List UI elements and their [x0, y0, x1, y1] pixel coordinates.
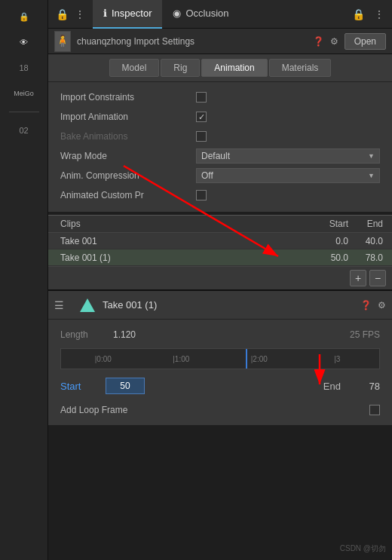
sub-tab-materials[interactable]: Materials — [269, 59, 332, 77]
fps-label: 25 FPS — [350, 329, 380, 340]
timeline-labels: |0:00 |1:00 |2:00 |3 — [61, 349, 379, 369]
anim-compression-value: Off — [201, 170, 213, 181]
clip-end-1: 78.0 — [348, 252, 386, 263]
panel-help-icon[interactable]: ❓ — [360, 300, 372, 311]
timeline-tick-2: |2:00 — [220, 355, 299, 363]
second-panel: ☰ Take 001 (1) ❓ ⚙ Length 1.120 25 FPS — [48, 289, 392, 425]
animated-custom-label: Animated Custom Pr — [60, 190, 196, 200]
import-animation-row: Import Animation — [60, 108, 380, 126]
sub-tab-animation[interactable]: Animation — [201, 59, 267, 77]
lock-icon[interactable]: 🔒 — [54, 7, 70, 22]
more-options-icon[interactable]: ⋮ — [372, 7, 386, 22]
help-icon[interactable]: ❓ — [313, 36, 324, 47]
add-clip-button[interactable]: + — [350, 270, 366, 286]
anim-compression-arrow-icon: ▼ — [368, 172, 375, 179]
breadcrumb-icons: ❓ ⚙ — [313, 36, 338, 47]
start-input[interactable] — [106, 378, 145, 394]
clip-row-0[interactable]: Take 001 0.0 40.0 — [48, 233, 392, 249]
tab-occlusion[interactable]: ◉ Occlusion — [162, 0, 239, 29]
watermark: CSDN @切勿 — [340, 543, 386, 554]
clips-section: Clips Start End Take 001 0.0 40.0 Take 0… — [48, 215, 392, 289]
dots-icon[interactable]: ⋮ — [73, 7, 87, 22]
bake-animations-checkbox[interactable] — [196, 131, 207, 142]
sidebar-icon-1[interactable]: 🔒 — [9, 6, 39, 27]
import-constraints-label: Import Constraints — [60, 92, 196, 103]
timeline-tick-1: |1:00 — [142, 355, 221, 363]
wrap-mode-label: Wrap Mode — [60, 151, 196, 161]
sidebar-icon-meigo: MeiGo — [9, 83, 39, 104]
clip-start-0: 0.0 — [303, 236, 348, 246]
clips-footer: + − — [48, 266, 392, 289]
import-constraints-row: Import Constraints — [60, 88, 380, 106]
wrap-mode-arrow-icon: ▼ — [368, 152, 375, 160]
tab-bar: 🔒 ⋮ ℹ Inspector ◉ Occlusion 🔒 ⋮ — [48, 0, 392, 29]
timeline-tick-3: |3 — [299, 355, 377, 363]
tab-bar-left: 🔒 ⋮ — [48, 7, 93, 22]
end-value: 78 — [350, 381, 380, 392]
wrap-mode-row: Wrap Mode Default ▼ — [60, 147, 380, 165]
main-area: 🔒 ⋮ ℹ Inspector ◉ Occlusion 🔒 ⋮ 🧍 chuanq… — [48, 0, 392, 560]
clip-name-1: Take 001 (1) — [54, 252, 303, 263]
anim-compression-label: Anim. Compression — [60, 170, 196, 181]
animated-custom-row: Animated Custom Pr — [60, 186, 380, 204]
asset-thumbnail: 🧍 — [54, 31, 71, 52]
inspector-tab-icon: ℹ — [103, 8, 107, 19]
second-panel-body: Length 1.120 25 FPS |0:00 |1:00 |2:00 |3 — [48, 320, 392, 425]
sub-tabs: Model Rig Animation Materials — [48, 54, 392, 82]
timeline-tick-0: |0:00 — [64, 355, 142, 363]
remove-clip-button[interactable]: − — [369, 270, 386, 286]
import-constraints-checkbox[interactable] — [196, 92, 207, 103]
tab-bar-right: 🔒 ⋮ — [351, 7, 392, 22]
clip-row-1[interactable]: Take 001 (1) 50.0 78.0 — [48, 249, 392, 266]
occlusion-tab-icon: ◉ — [173, 8, 181, 19]
import-animation-label: Import Animation — [60, 112, 196, 122]
import-animation-checkbox[interactable] — [196, 112, 207, 122]
tab-inspector[interactable]: ℹ Inspector — [93, 0, 162, 29]
timeline-cursor — [246, 349, 247, 369]
sidebar-icon-label-18: 18 — [9, 57, 39, 78]
left-sidebar: 🔒 👁 18 MeiGo 02 — [0, 0, 48, 560]
timeline[interactable]: |0:00 |1:00 |2:00 |3 — [60, 348, 380, 369]
add-loop-frame-checkbox[interactable] — [369, 405, 380, 415]
sub-tab-model[interactable]: Model — [109, 59, 160, 77]
clips-header: Clips Start End — [48, 215, 392, 233]
anim-compression-row: Anim. Compression Off ▼ — [60, 167, 380, 185]
clips-header-end: End — [348, 219, 386, 229]
clip-start-1: 50.0 — [303, 252, 348, 263]
breadcrumb-row: 🧍 chuanqzhong Import Settings ❓ ⚙ Open — [48, 29, 392, 54]
panel-title: Take 001 (1) — [103, 299, 354, 311]
animated-custom-checkbox[interactable] — [196, 190, 207, 200]
wrap-mode-dropdown[interactable]: Default ▼ — [196, 148, 380, 164]
wrap-mode-value: Default — [201, 151, 230, 161]
bake-animations-label: Bake Animations — [60, 131, 196, 142]
start-end-row: Start End 78 — [60, 375, 380, 396]
end-label: End — [145, 381, 350, 392]
clips-header-label: Clips — [54, 219, 303, 229]
settings-icon[interactable]: ⚙ — [330, 36, 338, 47]
clip-name-0: Take 001 — [54, 236, 303, 246]
sub-tab-rig[interactable]: Rig — [161, 59, 200, 77]
lock-right-icon[interactable]: 🔒 — [351, 7, 366, 22]
tab-occlusion-label: Occlusion — [185, 8, 228, 19]
add-loop-frame-row: Add Loop Frame — [60, 401, 380, 419]
inspector-body: Import Constraints Import Animation Bake… — [48, 82, 392, 212]
panel-header-icons: ❓ ⚙ — [360, 300, 386, 311]
start-label: Start — [60, 381, 106, 392]
second-panel-header: ☰ Take 001 (1) ❓ ⚙ — [48, 291, 392, 320]
breadcrumb-title: chuanqzhong Import Settings — [77, 36, 307, 47]
open-button[interactable]: Open — [345, 33, 386, 50]
panel-icon — [78, 296, 96, 314]
length-label: Length — [60, 329, 113, 340]
panel-sort-icon: ☰ — [54, 299, 72, 311]
clips-header-start: Start — [303, 219, 348, 229]
length-fps-row: Length 1.120 25 FPS — [60, 326, 380, 344]
clip-end-0: 40.0 — [348, 236, 386, 246]
tab-inspector-label: Inspector — [112, 8, 152, 19]
sidebar-number: 02 — [9, 120, 39, 141]
panel-settings-icon[interactable]: ⚙ — [378, 300, 386, 311]
anim-compression-dropdown[interactable]: Off ▼ — [196, 168, 380, 183]
bake-animations-row: Bake Animations — [60, 127, 380, 145]
length-value: 1.120 — [113, 329, 350, 340]
sidebar-icon-2[interactable]: 👁 — [9, 32, 39, 53]
triangle-icon — [80, 298, 95, 312]
